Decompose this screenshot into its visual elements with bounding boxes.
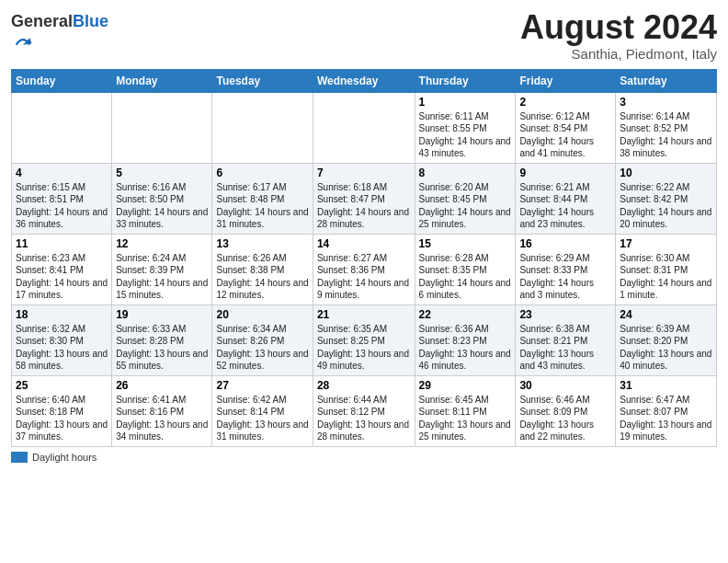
- day-info: Sunrise: 6:42 AM Sunset: 8:14 PM Dayligh…: [216, 394, 308, 443]
- day-number: 22: [419, 308, 512, 321]
- day-info: Sunrise: 6:24 AM Sunset: 8:39 PM Dayligh…: [116, 252, 208, 302]
- day-cell: 31Sunrise: 6:47 AM Sunset: 8:07 PM Dayli…: [616, 375, 717, 446]
- day-cell: [313, 92, 415, 163]
- day-info: Sunrise: 6:21 AM Sunset: 8:44 PM Dayligh…: [519, 181, 611, 231]
- day-number: 8: [419, 167, 512, 179]
- day-cell: 10Sunrise: 6:22 AM Sunset: 8:42 PM Dayli…: [616, 163, 717, 234]
- day-info: Sunrise: 6:20 AM Sunset: 8:45 PM Dayligh…: [419, 181, 512, 231]
- day-cell: 25Sunrise: 6:40 AM Sunset: 8:18 PM Dayli…: [12, 375, 112, 446]
- day-cell: 21Sunrise: 6:35 AM Sunset: 8:25 PM Dayli…: [313, 304, 415, 375]
- day-cell: 26Sunrise: 6:41 AM Sunset: 8:16 PM Dayli…: [112, 375, 212, 446]
- day-cell: 27Sunrise: 6:42 AM Sunset: 8:14 PM Dayli…: [212, 375, 313, 446]
- day-info: Sunrise: 6:38 AM Sunset: 8:21 PM Dayligh…: [519, 323, 611, 373]
- day-number: 21: [317, 308, 411, 321]
- day-number: 10: [620, 167, 712, 179]
- day-cell: 30Sunrise: 6:46 AM Sunset: 8:09 PM Dayli…: [516, 375, 616, 446]
- week-row-2: 11Sunrise: 6:23 AM Sunset: 8:41 PM Dayli…: [12, 234, 717, 304]
- day-cell: 12Sunrise: 6:24 AM Sunset: 8:39 PM Dayli…: [112, 234, 212, 304]
- day-number: 26: [116, 379, 208, 392]
- day-info: Sunrise: 6:36 AM Sunset: 8:23 PM Dayligh…: [419, 323, 512, 373]
- week-row-0: 1Sunrise: 6:11 AM Sunset: 8:55 PM Daylig…: [12, 92, 717, 163]
- day-number: 5: [116, 167, 208, 179]
- day-info: Sunrise: 6:17 AM Sunset: 8:48 PM Dayligh…: [216, 181, 308, 231]
- day-cell: [112, 92, 212, 163]
- day-cell: 16Sunrise: 6:29 AM Sunset: 8:33 PM Dayli…: [516, 234, 616, 304]
- week-row-3: 18Sunrise: 6:32 AM Sunset: 8:30 PM Dayli…: [12, 304, 717, 375]
- day-info: Sunrise: 6:41 AM Sunset: 8:16 PM Dayligh…: [116, 394, 208, 443]
- logo: GeneralBlue: [11, 13, 108, 55]
- calendar-table: Sunday Monday Tuesday Wednesday Thursday…: [11, 69, 717, 447]
- day-cell: [212, 92, 313, 163]
- day-number: 24: [620, 308, 712, 321]
- legend-color-box: [11, 452, 28, 463]
- calendar-body: 1Sunrise: 6:11 AM Sunset: 8:55 PM Daylig…: [12, 92, 717, 446]
- day-info: Sunrise: 6:15 AM Sunset: 8:51 PM Dayligh…: [16, 181, 108, 231]
- day-info: Sunrise: 6:45 AM Sunset: 8:11 PM Dayligh…: [419, 394, 512, 443]
- day-cell: 18Sunrise: 6:32 AM Sunset: 8:30 PM Dayli…: [12, 304, 112, 375]
- day-cell: 22Sunrise: 6:36 AM Sunset: 8:23 PM Dayli…: [415, 304, 516, 375]
- day-number: 4: [16, 167, 108, 179]
- day-info: Sunrise: 6:27 AM Sunset: 8:36 PM Dayligh…: [317, 252, 411, 302]
- day-info: Sunrise: 6:12 AM Sunset: 8:54 PM Dayligh…: [519, 110, 611, 160]
- col-wednesday: Wednesday: [313, 69, 415, 92]
- day-number: 17: [620, 237, 712, 250]
- col-saturday: Saturday: [616, 69, 717, 92]
- day-number: 11: [16, 237, 108, 250]
- day-cell: 11Sunrise: 6:23 AM Sunset: 8:41 PM Dayli…: [12, 234, 112, 304]
- day-number: 16: [519, 237, 611, 250]
- month-title: August 2024: [520, 9, 717, 46]
- day-cell: 6Sunrise: 6:17 AM Sunset: 8:48 PM Daylig…: [212, 163, 313, 234]
- col-friday: Friday: [516, 69, 616, 92]
- day-number: 6: [216, 167, 308, 179]
- page-container: GeneralBlue August 2024 Santhia, Piedmon…: [0, 0, 728, 470]
- day-info: Sunrise: 6:28 AM Sunset: 8:35 PM Dayligh…: [419, 252, 512, 302]
- day-cell: [12, 92, 112, 163]
- day-info: Sunrise: 6:35 AM Sunset: 8:25 PM Dayligh…: [317, 323, 411, 373]
- page-header: GeneralBlue August 2024 Santhia, Piedmon…: [11, 9, 717, 62]
- day-number: 9: [519, 167, 611, 179]
- day-cell: 29Sunrise: 6:45 AM Sunset: 8:11 PM Dayli…: [415, 375, 516, 446]
- day-info: Sunrise: 6:44 AM Sunset: 8:12 PM Dayligh…: [317, 394, 411, 443]
- day-info: Sunrise: 6:33 AM Sunset: 8:28 PM Dayligh…: [116, 323, 208, 373]
- day-number: 12: [116, 237, 208, 250]
- day-info: Sunrise: 6:40 AM Sunset: 8:18 PM Dayligh…: [16, 394, 108, 443]
- day-cell: 24Sunrise: 6:39 AM Sunset: 8:20 PM Dayli…: [616, 304, 717, 375]
- title-block: August 2024 Santhia, Piedmont, Italy: [520, 9, 717, 62]
- day-info: Sunrise: 6:29 AM Sunset: 8:33 PM Dayligh…: [519, 252, 611, 302]
- day-number: 3: [620, 96, 712, 109]
- day-number: 19: [116, 308, 208, 321]
- day-cell: 20Sunrise: 6:34 AM Sunset: 8:26 PM Dayli…: [212, 304, 313, 375]
- day-cell: 17Sunrise: 6:30 AM Sunset: 8:31 PM Dayli…: [616, 234, 717, 304]
- logo-icon: [13, 31, 33, 52]
- day-cell: 1Sunrise: 6:11 AM Sunset: 8:55 PM Daylig…: [415, 92, 516, 163]
- day-info: Sunrise: 6:23 AM Sunset: 8:41 PM Dayligh…: [16, 252, 108, 302]
- week-row-4: 25Sunrise: 6:40 AM Sunset: 8:18 PM Dayli…: [12, 375, 717, 446]
- day-number: 7: [317, 167, 411, 179]
- day-cell: 9Sunrise: 6:21 AM Sunset: 8:44 PM Daylig…: [516, 163, 616, 234]
- day-info: Sunrise: 6:34 AM Sunset: 8:26 PM Dayligh…: [216, 323, 308, 373]
- day-info: Sunrise: 6:32 AM Sunset: 8:30 PM Dayligh…: [16, 323, 108, 373]
- day-number: 30: [519, 379, 611, 392]
- calendar-header: Sunday Monday Tuesday Wednesday Thursday…: [12, 69, 717, 92]
- day-cell: 23Sunrise: 6:38 AM Sunset: 8:21 PM Dayli…: [516, 304, 616, 375]
- day-cell: 7Sunrise: 6:18 AM Sunset: 8:47 PM Daylig…: [313, 163, 415, 234]
- day-cell: 3Sunrise: 6:14 AM Sunset: 8:52 PM Daylig…: [616, 92, 717, 163]
- day-info: Sunrise: 6:39 AM Sunset: 8:20 PM Dayligh…: [620, 323, 712, 373]
- day-cell: 14Sunrise: 6:27 AM Sunset: 8:36 PM Dayli…: [313, 234, 415, 304]
- day-number: 31: [620, 379, 712, 392]
- day-info: Sunrise: 6:26 AM Sunset: 8:38 PM Dayligh…: [216, 252, 308, 302]
- col-thursday: Thursday: [415, 69, 516, 92]
- day-info: Sunrise: 6:14 AM Sunset: 8:52 PM Dayligh…: [620, 110, 712, 160]
- location: Santhia, Piedmont, Italy: [520, 46, 717, 62]
- day-info: Sunrise: 6:22 AM Sunset: 8:42 PM Dayligh…: [620, 181, 712, 231]
- day-cell: 2Sunrise: 6:12 AM Sunset: 8:54 PM Daylig…: [516, 92, 616, 163]
- day-number: 13: [216, 237, 308, 250]
- day-number: 23: [519, 308, 611, 321]
- day-number: 1: [419, 96, 512, 109]
- col-monday: Monday: [112, 69, 212, 92]
- legend: Daylight hours: [11, 452, 717, 463]
- day-cell: 5Sunrise: 6:16 AM Sunset: 8:50 PM Daylig…: [112, 163, 212, 234]
- day-info: Sunrise: 6:18 AM Sunset: 8:47 PM Dayligh…: [317, 181, 411, 231]
- day-info: Sunrise: 6:47 AM Sunset: 8:07 PM Dayligh…: [620, 394, 712, 443]
- day-number: 18: [16, 308, 108, 321]
